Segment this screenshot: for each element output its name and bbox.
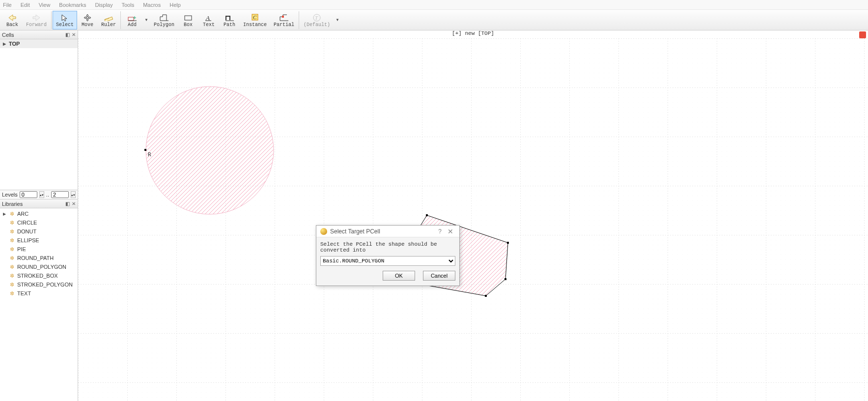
- menu-bar: File Edit View Bookmarks Display Tools M…: [0, 0, 868, 10]
- cursor-icon: [60, 13, 70, 22]
- text-label: Text: [203, 22, 215, 28]
- lib-item[interactable]: ✲ROUND_PATH: [0, 254, 78, 262]
- lib-item[interactable]: ✲ELLIPSE: [0, 236, 78, 245]
- spinner-icon[interactable]: ▴▾: [39, 191, 44, 198]
- gear-icon: ✲: [10, 290, 14, 297]
- undock-icon[interactable]: ◧: [65, 32, 70, 37]
- gear-icon: ✲: [10, 237, 14, 244]
- default-label: (Default): [304, 22, 330, 28]
- polygon-button[interactable]: Polygon: [150, 11, 178, 29]
- spinner-icon[interactable]: ▴▾: [71, 191, 76, 198]
- app-icon: [320, 228, 327, 235]
- move-button[interactable]: Move: [77, 11, 98, 29]
- lib-item[interactable]: ✲DONUT: [0, 227, 78, 236]
- canvas-svg: R: [78, 38, 868, 401]
- help-icon[interactable]: ?: [434, 228, 446, 235]
- select-label: Select: [56, 22, 74, 28]
- menu-file[interactable]: File: [3, 2, 12, 8]
- instance-label: Instance: [243, 22, 267, 28]
- lib-item[interactable]: ✲PIE: [0, 245, 78, 254]
- close-icon[interactable]: ✕: [72, 201, 76, 206]
- default-dropdown[interactable]: ▼: [334, 11, 341, 29]
- lib-item[interactable]: ▶✲ARC: [0, 209, 78, 218]
- gear-icon: ✲: [10, 246, 14, 253]
- gear-icon: ✲: [10, 273, 14, 279]
- libraries-tree[interactable]: ▶✲ARC ✲CIRCLE ✲DONUT ✲ELLIPSE ✲PIE ✲ROUN…: [0, 208, 78, 401]
- lib-label: DONUT: [17, 229, 36, 234]
- marker-label: R: [148, 151, 151, 158]
- path-button[interactable]: Path: [219, 11, 240, 29]
- levels-from-input[interactable]: [20, 191, 37, 198]
- lib-item[interactable]: ✲ROUND_POLYGON: [0, 262, 78, 271]
- layout-canvas[interactable]: [+] new [TOP] R: [78, 30, 868, 401]
- lib-item[interactable]: ✲STROKED_BOX: [0, 271, 78, 280]
- menu-tools[interactable]: Tools: [121, 2, 134, 8]
- lib-item[interactable]: ✲STROKED_POLYGON: [0, 280, 78, 289]
- default-button[interactable]: T (Default): [300, 11, 334, 29]
- expand-icon[interactable]: ▶: [3, 42, 6, 46]
- move-icon: [83, 13, 92, 22]
- menu-edit[interactable]: Edit: [21, 2, 30, 8]
- box-button[interactable]: Box: [178, 11, 198, 29]
- lib-label: STROKED_POLYGON: [17, 282, 73, 287]
- menu-macros[interactable]: Macros: [143, 2, 161, 8]
- svg-text:C: C: [253, 14, 257, 20]
- svg-marker-2: [62, 15, 67, 21]
- cells-title: Cells: [2, 32, 65, 38]
- dialog-titlebar[interactable]: Select Target PCell ? ✕: [316, 226, 459, 237]
- svg-marker-0: [9, 15, 16, 21]
- levels-to-input[interactable]: [51, 191, 69, 198]
- select-target-pcell-dialog: Select Target PCell ? ✕ Select the PCell…: [316, 225, 460, 286]
- menu-bookmarks[interactable]: Bookmarks: [59, 2, 86, 8]
- libraries-title: Libraries: [2, 201, 65, 207]
- toolbar-separator: [299, 11, 299, 29]
- gear-icon: ✲: [10, 220, 14, 226]
- gear-icon: ✲: [10, 229, 14, 235]
- circle-shape[interactable]: [146, 86, 274, 214]
- ok-button[interactable]: OK: [383, 271, 415, 281]
- ruler-button[interactable]: Ruler: [98, 11, 119, 29]
- levels-separator: ..: [46, 192, 49, 198]
- dialog-title: Select Target PCell: [330, 228, 434, 235]
- toolbar-separator: [51, 11, 52, 29]
- text-button[interactable]: A Text: [198, 11, 219, 29]
- instance-icon: C: [250, 13, 260, 22]
- lib-label: STROKED_BOX: [17, 273, 58, 279]
- arrow-left-icon: [7, 13, 17, 22]
- back-button[interactable]: Back: [2, 11, 23, 29]
- undock-icon[interactable]: ◧: [65, 201, 70, 206]
- menu-view[interactable]: View: [39, 2, 51, 8]
- cells-tree[interactable]: ▶ TOP: [0, 39, 78, 190]
- partial-button[interactable]: Partial: [270, 11, 298, 29]
- lib-item[interactable]: ✲CIRCLE: [0, 218, 78, 227]
- svg-rect-7: [128, 17, 134, 21]
- close-icon[interactable]: ✕: [72, 32, 76, 37]
- cancel-button[interactable]: Cancel: [423, 271, 455, 281]
- svg-rect-26: [507, 242, 509, 244]
- lib-item[interactable]: ✲TEXT: [0, 289, 78, 298]
- pcell-select[interactable]: Basic.ROUND_POLYGON: [320, 256, 455, 266]
- canvas-close-button[interactable]: [859, 31, 866, 38]
- menu-help[interactable]: Help: [169, 2, 181, 8]
- polygon-label: Polygon: [154, 22, 174, 28]
- add-dropdown[interactable]: ▼: [142, 11, 150, 29]
- path-label: Path: [224, 22, 235, 28]
- menu-display[interactable]: Display: [95, 2, 112, 8]
- close-icon[interactable]: ✕: [446, 228, 455, 235]
- add-icon: [127, 13, 137, 22]
- box-label: Box: [184, 22, 193, 28]
- cell-item-top[interactable]: ▶ TOP: [0, 39, 78, 48]
- canvas-title: [+] new [TOP]: [78, 30, 868, 38]
- ruler-label: Ruler: [101, 22, 116, 28]
- levels-bar: Levels ▴▾ .. ▴▾: [0, 190, 78, 200]
- add-button[interactable]: Add: [122, 11, 142, 29]
- svg-rect-12: [185, 16, 192, 20]
- select-button[interactable]: Select: [53, 11, 77, 29]
- add-label: Add: [128, 22, 137, 28]
- cells-panel-header: Cells ◧ ✕: [0, 30, 78, 39]
- lib-label: TEXT: [17, 290, 31, 296]
- forward-button[interactable]: Forward: [23, 11, 50, 29]
- lib-label: CIRCLE: [17, 220, 37, 226]
- expand-icon[interactable]: ▶: [3, 212, 7, 216]
- instance-button[interactable]: C Instance: [240, 11, 270, 29]
